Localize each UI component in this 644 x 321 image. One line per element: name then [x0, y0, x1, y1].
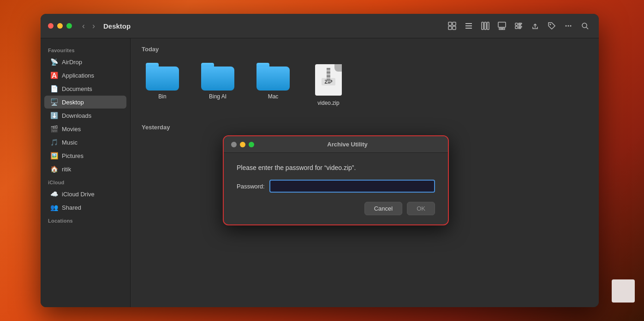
- sidebar-item-desktop[interactable]: 🖥️ Desktop: [44, 96, 126, 109]
- today-header: Today: [142, 46, 588, 53]
- sidebar-item-airdrop[interactable]: 📡 AirDrop: [44, 55, 126, 68]
- favourites-section-header: Favourites: [41, 44, 130, 55]
- nav-buttons: ‹ ›: [79, 20, 98, 32]
- sidebar-item-documents[interactable]: 📄 Documents: [44, 82, 126, 95]
- dialog-minimize-button[interactable]: [240, 142, 245, 147]
- sidebar-item-label: Desktop: [62, 99, 84, 106]
- svg-rect-11: [499, 28, 501, 30]
- sidebar-item-music[interactable]: 🎵 Music: [44, 136, 126, 149]
- file-name-bing-ai: Bing AI: [209, 93, 227, 100]
- zip-file-icon: ZIP: [314, 63, 343, 97]
- sidebar-item-label: iCloud Drive: [62, 191, 95, 198]
- sidebar-item-movies[interactable]: 🎬 Movies: [44, 122, 126, 135]
- svg-rect-12: [501, 28, 503, 30]
- sidebar-item-ritik[interactable]: 🏠 ritik: [44, 163, 126, 176]
- dialog-traffic-lights: [231, 142, 254, 147]
- list-view-button[interactable]: [462, 19, 475, 32]
- sidebar: Favourites 📡 AirDrop 🅰️ Applications 📄 D…: [41, 38, 131, 307]
- dialog-buttons: Cancel OK: [237, 202, 435, 215]
- desktop-icon: 🖥️: [50, 98, 58, 106]
- finder-window: ‹ › Desktop: [41, 14, 599, 307]
- sidebar-item-downloads[interactable]: ⬇️ Downloads: [44, 109, 126, 122]
- back-button[interactable]: ‹: [79, 20, 88, 32]
- search-button[interactable]: [578, 19, 591, 32]
- window-title: Desktop: [103, 22, 131, 30]
- archive-utility-dialog: Archive Utility Please enter the passwor…: [223, 135, 449, 225]
- dialog-maximize-button[interactable]: [249, 142, 254, 147]
- sidebar-item-icloud-drive[interactable]: ☁️ iCloud Drive: [44, 188, 126, 200]
- svg-point-23: [568, 25, 569, 27]
- traffic-lights: [48, 23, 72, 29]
- password-input[interactable]: [269, 180, 435, 193]
- file-name-bin: Bin: [158, 93, 166, 100]
- music-icon: 🎵: [50, 138, 58, 146]
- file-item-bin[interactable]: Bin: [142, 59, 183, 110]
- close-button[interactable]: [48, 23, 54, 29]
- ok-button[interactable]: OK: [407, 202, 435, 215]
- svg-rect-3: [453, 26, 456, 30]
- folder-icon-bing-ai: [201, 63, 234, 91]
- svg-point-24: [570, 25, 572, 27]
- svg-rect-1: [453, 22, 456, 25]
- file-item-mac[interactable]: Mac: [252, 59, 294, 110]
- main-content: Today Bin Bing AI: [131, 38, 599, 307]
- svg-rect-9: [487, 22, 489, 30]
- file-item-video-zip[interactable]: ZIP video.zip: [308, 59, 349, 110]
- tag-button[interactable]: [545, 19, 558, 32]
- dialog-body: Please enter the password for “video.zip…: [224, 153, 448, 224]
- icloud-section-header: iCloud: [41, 176, 130, 187]
- svg-rect-13: [503, 28, 505, 30]
- locations-section-header: Locations: [41, 214, 130, 225]
- gallery-view-button[interactable]: [495, 19, 508, 32]
- sidebar-item-label: Documents: [62, 85, 92, 92]
- sidebar-item-label: ritik: [62, 166, 71, 173]
- svg-rect-14: [515, 23, 518, 25]
- password-label: Password:: [237, 183, 265, 190]
- decorative-element: [612, 279, 635, 303]
- documents-icon: 📄: [50, 85, 58, 93]
- icloud-drive-icon: ☁️: [50, 190, 58, 198]
- svg-rect-16: [519, 24, 521, 25]
- svg-point-25: [582, 23, 587, 28]
- airdrop-icon: 📡: [50, 58, 58, 66]
- sidebar-item-label: Pictures: [62, 152, 83, 159]
- share-button[interactable]: [529, 19, 542, 32]
- sidebar-item-applications[interactable]: 🅰️ Applications: [44, 69, 126, 82]
- shared-icon: 👥: [50, 203, 58, 212]
- file-name-mac: Mac: [268, 93, 279, 100]
- sidebar-item-label: Applications: [62, 72, 94, 79]
- sidebar-item-label: Downloads: [62, 112, 91, 119]
- minimize-button[interactable]: [57, 23, 63, 29]
- dialog-titlebar: Archive Utility: [224, 136, 448, 153]
- group-button[interactable]: [512, 19, 525, 32]
- svg-rect-18: [519, 26, 522, 27]
- forward-button[interactable]: ›: [89, 20, 98, 32]
- maximize-button[interactable]: [66, 23, 72, 29]
- grid-view-button[interactable]: [446, 19, 459, 32]
- sidebar-item-label: Music: [62, 139, 78, 146]
- svg-rect-19: [519, 28, 521, 29]
- svg-point-22: [566, 25, 567, 27]
- home-icon: 🏠: [50, 165, 58, 173]
- column-view-button[interactable]: [479, 19, 492, 32]
- cancel-button[interactable]: Cancel: [364, 202, 402, 215]
- today-files-grid: Bin Bing AI Mac: [142, 59, 588, 110]
- applications-icon: 🅰️: [50, 71, 58, 79]
- sidebar-item-pictures[interactable]: 🖼️ Pictures: [44, 149, 126, 162]
- sidebar-item-label: Shared: [62, 204, 81, 211]
- file-name-video-zip: video.zip: [317, 100, 339, 106]
- dialog-field: Password:: [237, 180, 435, 193]
- sidebar-item-shared[interactable]: 👥 Shared: [44, 201, 126, 214]
- movies-icon: 🎬: [50, 125, 58, 133]
- toolbar-icons: [446, 19, 591, 32]
- dialog-message: Please enter the password for “video.zip…: [237, 164, 435, 171]
- svg-rect-17: [515, 26, 518, 29]
- dialog-close-button[interactable]: [231, 142, 237, 147]
- file-item-bing-ai[interactable]: Bing AI: [197, 59, 239, 110]
- svg-rect-2: [448, 26, 452, 30]
- folder-icon-mac: [256, 63, 290, 91]
- folder-icon-bin: [146, 63, 179, 91]
- more-button[interactable]: [562, 19, 575, 32]
- svg-point-21: [550, 24, 551, 25]
- svg-rect-8: [484, 22, 486, 30]
